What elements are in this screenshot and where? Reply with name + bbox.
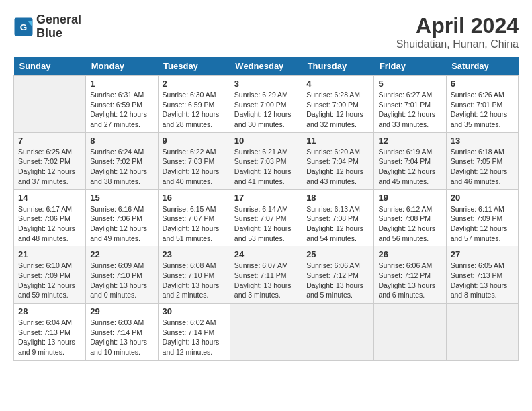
day-cell: 17Sunrise: 6:14 AMSunset: 7:07 PMDayligh… <box>230 189 302 246</box>
logo-text: General Blue <box>36 13 81 40</box>
day-cell: 13Sunrise: 6:18 AMSunset: 7:05 PMDayligh… <box>446 132 518 189</box>
day-number: 2 <box>163 79 226 89</box>
day-info: Sunrise: 6:26 AMSunset: 7:01 PMDaylight:… <box>451 90 514 130</box>
day-cell: 20Sunrise: 6:11 AMSunset: 7:09 PMDayligh… <box>446 189 518 246</box>
day-info: Sunrise: 6:25 AMSunset: 7:02 PMDaylight:… <box>18 147 81 187</box>
day-info: Sunrise: 6:29 AMSunset: 7:00 PMDaylight:… <box>234 90 298 130</box>
day-cell: 9Sunrise: 6:22 AMSunset: 7:03 PMDaylight… <box>158 132 230 189</box>
title-area: April 2024 Shuidatian, Hunan, China <box>396 13 519 50</box>
day-number: 24 <box>234 249 298 259</box>
subtitle: Shuidatian, Hunan, China <box>396 38 519 50</box>
day-info: Sunrise: 6:10 AMSunset: 7:09 PMDaylight:… <box>18 261 81 300</box>
day-number: 3 <box>234 79 298 89</box>
day-number: 12 <box>378 136 441 146</box>
day-cell: 3Sunrise: 6:29 AMSunset: 7:00 PMDaylight… <box>230 76 302 133</box>
day-number: 20 <box>451 193 514 203</box>
day-cell: 27Sunrise: 6:05 AMSunset: 7:13 PMDayligh… <box>446 246 518 304</box>
day-info: Sunrise: 6:17 AMSunset: 7:06 PMDaylight:… <box>18 204 81 244</box>
day-info: Sunrise: 6:12 AMSunset: 7:08 PMDaylight:… <box>378 204 441 244</box>
week-row-0: 1Sunrise: 6:31 AMSunset: 6:59 PMDaylight… <box>14 76 519 133</box>
logo-icon: G <box>13 17 34 37</box>
day-number: 23 <box>163 249 226 259</box>
header-friday: Friday <box>374 57 446 76</box>
day-info: Sunrise: 6:03 AMSunset: 7:14 PMDaylight:… <box>90 318 153 357</box>
day-info: Sunrise: 6:31 AMSunset: 6:59 PMDaylight:… <box>90 90 153 130</box>
day-number: 29 <box>90 306 153 316</box>
day-cell: 6Sunrise: 6:26 AMSunset: 7:01 PMDaylight… <box>446 76 518 133</box>
day-number: 11 <box>306 136 369 146</box>
day-number: 5 <box>378 79 441 89</box>
day-info: Sunrise: 6:08 AMSunset: 7:10 PMDaylight:… <box>163 261 226 300</box>
day-number: 15 <box>90 193 153 203</box>
day-info: Sunrise: 6:28 AMSunset: 7:00 PMDaylight:… <box>306 90 369 130</box>
day-number: 10 <box>234 136 298 146</box>
calendar-table: SundayMondayTuesdayWednesdayThursdayFrid… <box>13 57 519 361</box>
month-title: April 2024 <box>396 13 519 38</box>
day-info: Sunrise: 6:14 AMSunset: 7:07 PMDaylight:… <box>234 204 298 244</box>
day-number: 21 <box>18 249 81 259</box>
day-info: Sunrise: 6:09 AMSunset: 7:10 PMDaylight:… <box>90 261 153 300</box>
day-cell <box>446 304 518 361</box>
day-number: 1 <box>90 79 153 89</box>
day-cell: 2Sunrise: 6:30 AMSunset: 6:59 PMDaylight… <box>158 76 230 133</box>
logo: G General Blue <box>13 13 81 40</box>
day-number: 18 <box>306 193 369 203</box>
day-cell: 10Sunrise: 6:21 AMSunset: 7:03 PMDayligh… <box>230 132 302 189</box>
day-cell <box>374 304 446 361</box>
day-cell: 7Sunrise: 6:25 AMSunset: 7:02 PMDaylight… <box>14 132 86 189</box>
day-info: Sunrise: 6:06 AMSunset: 7:12 PMDaylight:… <box>306 261 369 300</box>
day-info: Sunrise: 6:22 AMSunset: 7:03 PMDaylight:… <box>163 147 226 187</box>
day-cell: 25Sunrise: 6:06 AMSunset: 7:12 PMDayligh… <box>302 246 374 304</box>
logo-line2: Blue <box>36 27 81 40</box>
header: G General Blue April 2024 Shuidatian, Hu… <box>13 13 519 50</box>
day-number: 16 <box>163 193 226 203</box>
day-cell: 11Sunrise: 6:20 AMSunset: 7:04 PMDayligh… <box>302 132 374 189</box>
day-info: Sunrise: 6:20 AMSunset: 7:04 PMDaylight:… <box>306 147 369 187</box>
day-number: 6 <box>451 79 514 89</box>
day-info: Sunrise: 6:13 AMSunset: 7:08 PMDaylight:… <box>306 204 369 244</box>
day-number: 4 <box>306 79 369 89</box>
day-cell: 22Sunrise: 6:09 AMSunset: 7:10 PMDayligh… <box>86 246 158 304</box>
header-monday: Monday <box>86 57 158 76</box>
day-cell <box>230 304 302 361</box>
day-number: 28 <box>18 306 81 316</box>
day-cell <box>14 76 86 133</box>
day-cell: 15Sunrise: 6:16 AMSunset: 7:06 PMDayligh… <box>86 189 158 246</box>
day-cell: 5Sunrise: 6:27 AMSunset: 7:01 PMDaylight… <box>374 76 446 133</box>
day-cell: 1Sunrise: 6:31 AMSunset: 6:59 PMDaylight… <box>86 76 158 133</box>
day-info: Sunrise: 6:21 AMSunset: 7:03 PMDaylight:… <box>234 147 298 187</box>
header-sunday: Sunday <box>14 57 86 76</box>
day-info: Sunrise: 6:18 AMSunset: 7:05 PMDaylight:… <box>451 147 514 187</box>
days-header-row: SundayMondayTuesdayWednesdayThursdayFrid… <box>14 57 519 76</box>
day-info: Sunrise: 6:16 AMSunset: 7:06 PMDaylight:… <box>90 204 153 244</box>
header-wednesday: Wednesday <box>230 57 302 76</box>
day-info: Sunrise: 6:24 AMSunset: 7:02 PMDaylight:… <box>90 147 153 187</box>
day-cell: 19Sunrise: 6:12 AMSunset: 7:08 PMDayligh… <box>374 189 446 246</box>
day-info: Sunrise: 6:05 AMSunset: 7:13 PMDaylight:… <box>451 261 514 300</box>
day-number: 13 <box>451 136 514 146</box>
day-info: Sunrise: 6:04 AMSunset: 7:13 PMDaylight:… <box>18 318 81 357</box>
day-info: Sunrise: 6:15 AMSunset: 7:07 PMDaylight:… <box>163 204 226 244</box>
week-row-2: 14Sunrise: 6:17 AMSunset: 7:06 PMDayligh… <box>14 189 519 246</box>
day-info: Sunrise: 6:07 AMSunset: 7:11 PMDaylight:… <box>234 261 298 300</box>
day-cell: 30Sunrise: 6:02 AMSunset: 7:14 PMDayligh… <box>158 304 230 361</box>
day-cell: 23Sunrise: 6:08 AMSunset: 7:10 PMDayligh… <box>158 246 230 304</box>
day-number: 9 <box>163 136 226 146</box>
day-number: 22 <box>90 249 153 259</box>
day-number: 30 <box>163 306 226 316</box>
header-saturday: Saturday <box>446 57 518 76</box>
day-cell: 26Sunrise: 6:06 AMSunset: 7:12 PMDayligh… <box>374 246 446 304</box>
day-info: Sunrise: 6:06 AMSunset: 7:12 PMDaylight:… <box>378 261 441 300</box>
svg-text:G: G <box>20 21 28 32</box>
day-cell: 24Sunrise: 6:07 AMSunset: 7:11 PMDayligh… <box>230 246 302 304</box>
day-info: Sunrise: 6:27 AMSunset: 7:01 PMDaylight:… <box>378 90 441 130</box>
header-thursday: Thursday <box>302 57 374 76</box>
week-row-3: 21Sunrise: 6:10 AMSunset: 7:09 PMDayligh… <box>14 246 519 304</box>
day-info: Sunrise: 6:02 AMSunset: 7:14 PMDaylight:… <box>163 318 226 357</box>
day-cell: 28Sunrise: 6:04 AMSunset: 7:13 PMDayligh… <box>14 304 86 361</box>
day-cell: 8Sunrise: 6:24 AMSunset: 7:02 PMDaylight… <box>86 132 158 189</box>
week-row-4: 28Sunrise: 6:04 AMSunset: 7:13 PMDayligh… <box>14 304 519 361</box>
logo-line1: General <box>36 13 81 27</box>
day-cell: 29Sunrise: 6:03 AMSunset: 7:14 PMDayligh… <box>86 304 158 361</box>
day-info: Sunrise: 6:19 AMSunset: 7:04 PMDaylight:… <box>378 147 441 187</box>
